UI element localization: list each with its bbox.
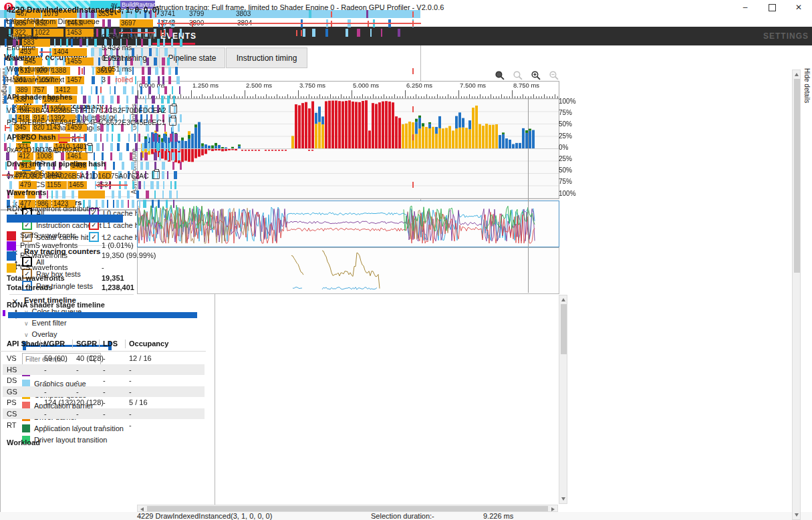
timeline-event-stripe[interactable] xyxy=(168,76,171,84)
timeline-event-stripe[interactable] xyxy=(92,76,95,84)
timeline-event-block[interactable] xyxy=(78,190,105,199)
timeline-event-block[interactable]: 1404 xyxy=(52,48,87,56)
timeline-event-stripe[interactable] xyxy=(178,143,180,151)
zoom-in-icon[interactable] xyxy=(531,70,541,80)
tab-settings[interactable]: SETTINGS xyxy=(763,31,809,41)
timeline-event-stripe[interactable] xyxy=(179,86,180,94)
timeline-event-label[interactable]: 3803 xyxy=(236,10,251,18)
timeline-event-stripe[interactable] xyxy=(162,57,165,66)
timeline-event-block[interactable]: 1388 xyxy=(50,67,70,75)
scroll-left-icon[interactable] xyxy=(140,507,144,511)
table-row[interactable]: RT---- xyxy=(3,420,205,430)
timeline-event-stripe[interactable] xyxy=(136,190,139,199)
timeline-event-stripe[interactable] xyxy=(173,96,175,104)
timeline-event-stripe[interactable] xyxy=(174,48,177,56)
timeline-event-stripe[interactable] xyxy=(148,86,151,94)
timeline-event-stripe[interactable] xyxy=(106,134,108,142)
timeline-event-stripe[interactable] xyxy=(55,190,57,199)
timeline-event-stripe[interactable] xyxy=(9,181,12,189)
timeline-event-stripe[interactable] xyxy=(144,181,146,189)
hide-details-strip[interactable]: Hide details xyxy=(803,68,811,103)
timeline-event-stripe[interactable] xyxy=(166,200,168,208)
zoom-out-icon[interactable] xyxy=(549,70,559,80)
timeline-event-stripe[interactable] xyxy=(159,152,161,160)
timeline-event-stripe[interactable] xyxy=(178,152,180,160)
timeline-event-stripe[interactable] xyxy=(60,39,61,47)
column-header[interactable]: LDS xyxy=(103,340,118,348)
table-row[interactable]: HS---- xyxy=(3,364,205,375)
timeline-event-stripe[interactable] xyxy=(140,152,142,160)
timeline-event-stripe[interactable] xyxy=(172,86,173,94)
column-header[interactable]: VGPR xyxy=(44,340,65,348)
timeline-event-stripe[interactable] xyxy=(102,143,104,151)
scroll-right-icon[interactable] xyxy=(551,507,555,511)
scroll-up-icon[interactable] xyxy=(795,73,799,76)
timeline-event-block[interactable]: 3697 xyxy=(120,19,153,27)
timeline-event-stripe[interactable] xyxy=(175,67,178,75)
timeline-event-stripe[interactable] xyxy=(71,39,73,47)
timeline-event-stripe[interactable] xyxy=(102,19,105,27)
timeline-event-stripe[interactable] xyxy=(113,200,114,208)
timeline-event-stripe[interactable] xyxy=(174,181,176,189)
timeline-event-stripe[interactable] xyxy=(168,143,170,151)
timeline-event-stripe[interactable] xyxy=(158,86,160,94)
timeline-event-block[interactable]: 1455 xyxy=(65,57,94,66)
timeline-event-stripe[interactable] xyxy=(62,190,65,199)
timeline-event-stripe[interactable] xyxy=(80,39,82,47)
tab-events[interactable]: EVENTS xyxy=(160,31,196,41)
timeline-event-stripe[interactable] xyxy=(81,86,82,94)
timeline-event-stripe[interactable] xyxy=(140,162,142,170)
timeline-event-block[interactable]: 1457 xyxy=(65,76,84,84)
scroll-down-icon[interactable] xyxy=(795,513,799,517)
timeline-event-stripe[interactable] xyxy=(66,39,68,47)
timeline-event-stripe[interactable] xyxy=(110,152,112,160)
timeline-event-stripe[interactable] xyxy=(47,190,49,199)
table-row[interactable]: CS---- xyxy=(3,408,205,419)
timeline-event-stripe[interactable] xyxy=(163,181,164,189)
timeline-event-stripe[interactable] xyxy=(384,10,386,18)
timeline-event-stripe[interactable] xyxy=(146,190,149,199)
timeline-event-stripe[interactable] xyxy=(176,190,178,199)
timeline-event-stripe[interactable] xyxy=(148,76,150,84)
timeline-event-stripe[interactable] xyxy=(142,67,144,75)
timeline-event-stripe[interactable] xyxy=(169,29,172,37)
timeline-event-stripe[interactable] xyxy=(126,143,129,151)
timeline-event-stripe[interactable] xyxy=(145,96,146,104)
time-ruler[interactable] xyxy=(137,81,559,100)
timeline-event-stripe[interactable] xyxy=(152,96,155,104)
timeline-event-stripe[interactable] xyxy=(135,76,136,84)
table-row[interactable]: GS---- xyxy=(3,386,205,397)
timeline-event-stripe[interactable] xyxy=(168,67,171,75)
timeline-event-stripe[interactable] xyxy=(138,181,142,189)
zoom-reset-icon[interactable] xyxy=(513,70,523,80)
timeline-event-stripe[interactable] xyxy=(91,86,93,94)
table-row[interactable]: DS---- xyxy=(3,375,205,386)
timeline-event-stripe[interactable] xyxy=(381,29,382,37)
timeline-event-stripe[interactable] xyxy=(140,57,142,66)
column-header[interactable]: SGPR xyxy=(76,340,97,348)
timeline-event-stripe[interactable] xyxy=(86,39,89,47)
scrollbar-thumb[interactable] xyxy=(794,79,800,273)
timeline-event-stripe[interactable] xyxy=(72,190,74,199)
timeline-event-stripe[interactable] xyxy=(148,39,151,47)
timeline-event-stripe[interactable] xyxy=(156,143,159,151)
timeline-event-stripe[interactable] xyxy=(98,57,100,66)
timeline-event-stripe[interactable] xyxy=(162,162,164,170)
timeline-event-stripe[interactable] xyxy=(169,190,172,199)
subtab-instruction-timing[interactable]: Instruction timing xyxy=(226,47,307,68)
timeline-event-stripe[interactable] xyxy=(4,19,6,27)
timeline-event-stripe[interactable] xyxy=(84,67,85,75)
timeline-event-stripe[interactable] xyxy=(398,29,400,37)
timeline-event-stripe[interactable] xyxy=(141,39,143,47)
timeline-event-stripe[interactable] xyxy=(152,134,154,142)
timeline-event-stripe[interactable] xyxy=(303,29,305,37)
timeline-event-stripe[interactable] xyxy=(102,200,104,208)
timeline-event-block[interactable]: 1453 xyxy=(65,29,94,37)
timeline-event-stripe[interactable] xyxy=(117,143,119,151)
close-button[interactable]: ✕ xyxy=(785,0,812,15)
timeline-event-stripe[interactable] xyxy=(132,200,134,208)
timeline-event-stripe[interactable] xyxy=(134,134,136,142)
timeline-event-stripe[interactable] xyxy=(154,152,156,160)
timeline-event-stripe[interactable] xyxy=(162,67,164,75)
timeline-vscrollbar[interactable] xyxy=(559,295,567,504)
